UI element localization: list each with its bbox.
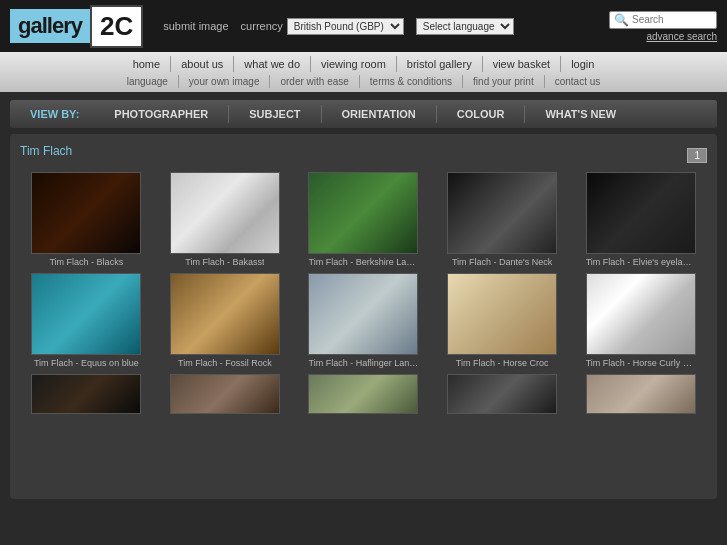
thumb-label-bakasst: Tim Flach - Bakasst [185, 257, 264, 267]
thumb-row3-2[interactable] [159, 374, 292, 414]
thumb-fossil[interactable]: Tim Flach - Fossil Rock [159, 273, 292, 368]
thumb-img-horsecroc [447, 273, 557, 355]
nav-order[interactable]: order with ease [270, 75, 359, 88]
viewby-photographer[interactable]: PHOTOGRAPHER [94, 105, 229, 123]
language-select[interactable]: Select language English French [416, 18, 514, 35]
main-content: Tim Flach 1 Tim Flach - Blacks Tim Flach… [10, 134, 717, 499]
logo-gallery-text[interactable]: gallery [10, 9, 90, 43]
nav-findprint[interactable]: find your print [463, 75, 545, 88]
thumb-img-row3-5 [586, 374, 696, 414]
currency-select[interactable]: British Pound (GBP) US Dollar (USD) Euro… [287, 18, 404, 35]
viewby-subject[interactable]: SUBJECT [229, 105, 321, 123]
viewby-colour[interactable]: COLOUR [437, 105, 526, 123]
photographer-name: Tim Flach [20, 144, 72, 158]
nav-viewing[interactable]: viewing room [311, 56, 397, 72]
thumb-img-elvies [586, 172, 696, 254]
thumb-img-horsecurly [586, 273, 696, 355]
thumb-dantes[interactable]: Tim Flach - Dante's Neck [436, 172, 569, 267]
viewby-whatsnew[interactable]: WHAT'S NEW [525, 105, 636, 123]
thumb-label-fossil: Tim Flach - Fossil Rock [178, 358, 272, 368]
currency-area: currency British Pound (GBP) US Dollar (… [241, 18, 404, 35]
thumb-img-haflinger [308, 273, 418, 355]
thumb-row3-5[interactable] [574, 374, 707, 414]
thumb-img-row3-2 [170, 374, 280, 414]
nav-bristol[interactable]: bristol gallery [397, 56, 483, 72]
thumb-label-dantes: Tim Flach - Dante's Neck [452, 257, 552, 267]
thumb-label-horsecroc: Tim Flach - Horse Croc [456, 358, 549, 368]
thumb-img-row3-1 [31, 374, 141, 414]
thumb-bakasst[interactable]: Tim Flach - Bakasst [159, 172, 292, 267]
thumb-label-blacks: Tim Flach - Blacks [49, 257, 123, 267]
header-links: submit image currency British Pound (GBP… [163, 18, 599, 35]
nav-about[interactable]: about us [171, 56, 234, 72]
thumb-label-horsecurly: Tim Flach - Horse Curly Mane [586, 358, 696, 368]
nav-ownimage[interactable]: your own image [179, 75, 271, 88]
thumb-berkshire[interactable]: Tim Flach - Berkshire Landscap.. [297, 172, 430, 267]
thumb-img-row3-3 [308, 374, 418, 414]
advance-search-link[interactable]: advance search [646, 31, 717, 42]
thumb-equus[interactable]: Tim Flach - Equus on blue [20, 273, 153, 368]
thumb-horsecroc[interactable]: Tim Flach - Horse Croc [436, 273, 569, 368]
thumb-elvies[interactable]: Tim Flach - Elvie's eyelashes [574, 172, 707, 267]
search-input-wrap: 🔍 [609, 11, 717, 29]
page-number-badge: 1 [687, 148, 707, 163]
thumb-horsecurly[interactable]: Tim Flach - Horse Curly Mane [574, 273, 707, 368]
thumb-label-haflinger: Tim Flach - Haflinger Landscap.. [308, 358, 418, 368]
nav-secondary: language your own image order with ease … [20, 75, 707, 88]
nav-basket[interactable]: view basket [483, 56, 561, 72]
thumb-img-berkshire [308, 172, 418, 254]
nav-bar: home about us what we do viewing room br… [0, 52, 727, 92]
nav-contact[interactable]: contact us [545, 75, 611, 88]
thumb-row3-4[interactable] [436, 374, 569, 414]
nav-primary: home about us what we do viewing room br… [20, 56, 707, 72]
viewby-orientation[interactable]: ORIENTATION [322, 105, 437, 123]
search-area: 🔍 advance search [609, 11, 717, 42]
thumb-haflinger[interactable]: Tim Flach - Haflinger Landscap.. [297, 273, 430, 368]
viewby-bar: VIEW BY: PHOTOGRAPHER SUBJECT ORIENTATIO… [10, 100, 717, 128]
thumb-label-berkshire: Tim Flach - Berkshire Landscap.. [308, 257, 418, 267]
currency-label: currency [241, 20, 283, 32]
thumb-label-elvies: Tim Flach - Elvie's eyelashes [586, 257, 696, 267]
search-icon: 🔍 [614, 13, 629, 27]
thumb-img-fossil [170, 273, 280, 355]
nav-whatwedo[interactable]: what we do [234, 56, 311, 72]
thumb-blacks[interactable]: Tim Flach - Blacks [20, 172, 153, 267]
thumb-img-dantes [447, 172, 557, 254]
nav-language[interactable]: language [117, 75, 179, 88]
thumb-img-row3-4 [447, 374, 557, 414]
logo-area: gallery 2C [10, 5, 143, 48]
header: gallery 2C submit image currency British… [0, 0, 727, 52]
submit-image-link[interactable]: submit image [163, 20, 228, 32]
thumb-row3-3[interactable] [297, 374, 430, 414]
logo-2c-text[interactable]: 2C [90, 5, 143, 48]
gallery-grid: Tim Flach - Blacks Tim Flach - Bakasst T… [20, 172, 707, 414]
nav-home[interactable]: home [123, 56, 172, 72]
thumb-img-blacks [31, 172, 141, 254]
search-input[interactable] [632, 14, 712, 25]
nav-login[interactable]: login [561, 56, 604, 72]
thumb-label-equus: Tim Flach - Equus on blue [34, 358, 139, 368]
thumb-img-equus [31, 273, 141, 355]
language-area: Select language English French [416, 18, 514, 35]
thumb-row3-1[interactable] [20, 374, 153, 414]
nav-terms[interactable]: terms & conditions [360, 75, 463, 88]
thumb-img-bakasst [170, 172, 280, 254]
viewby-label: VIEW BY: [30, 108, 79, 120]
